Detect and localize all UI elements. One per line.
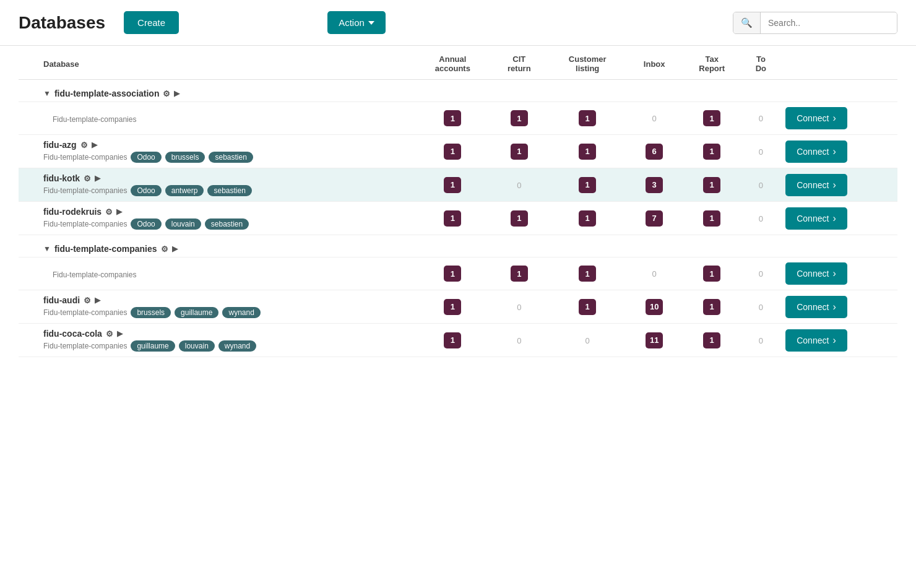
gear-icon-fidu-kotk[interactable]: ⚙	[84, 174, 91, 183]
connect-arrow-icon-fidu-audi: ›	[832, 301, 836, 313]
cl-fidu-coca-cola: 0	[548, 324, 628, 357]
gear-icon-fidu-coca-cola[interactable]: ⚙	[106, 329, 113, 339]
row-fidu-audi: fidu-audi ⚙ ▶ Fidu-template-companies br…	[19, 290, 897, 324]
expand-icon-fidu-template-association[interactable]: ▶	[174, 89, 179, 98]
connect-arrow-icon-fidu-rodekruis: ›	[832, 213, 836, 224]
connect-button-fidu-rodekruis[interactable]: Connect ›	[785, 207, 847, 230]
gear-icon-fidu-azg[interactable]: ⚙	[80, 141, 88, 150]
row-fidu-azg: fidu-azg ⚙ ▶ Fidu-template-companies Odo…	[19, 135, 897, 168]
cl-fidu-template-association	[548, 80, 628, 102]
connect-fidu-template-association: Connect ›	[779, 102, 897, 135]
cit-fidu-template-companies	[491, 235, 548, 257]
collapse-icon-fidu-template-companies[interactable]: ▼	[43, 244, 51, 253]
create-button[interactable]: Create	[124, 11, 179, 34]
tag-louvain-fidu-rodekruis: louvain	[165, 218, 201, 230]
badge-cl-fidu-azg: 1	[579, 144, 596, 160]
action-button[interactable]: Action	[327, 11, 386, 34]
connect-button-fidu-coca-cola[interactable]: Connect ›	[785, 329, 847, 352]
connect-arrow-icon: ›	[832, 113, 836, 124]
db-name-fidu-coca-cola: fidu-coca-cola ⚙ ▶	[43, 329, 408, 339]
gear-icon-fidu-template-association[interactable]: ⚙	[163, 89, 170, 98]
todo-fidu-audi: 0	[743, 290, 780, 324]
badge-annual-fidu-kotk: 1	[444, 177, 461, 193]
db-info-fidu-template-association: ▼ fidu-template-association ⚙ ▶	[19, 80, 415, 102]
badge-annual-fidu-template-association: 1	[444, 110, 461, 126]
tax-fidu-template-companies	[681, 235, 743, 257]
cit-fidu-rodekruis: 1	[491, 202, 548, 235]
tag-sebastien-fidu-kotk: sebastien	[207, 185, 251, 196]
gear-icon-fidu-template-companies[interactable]: ⚙	[161, 244, 168, 254]
badge-tax-fidu-rodekruis: 1	[703, 210, 720, 227]
tag-odoo-fidu-rodekruis: Odoo	[131, 218, 161, 230]
database-table: Database Annualaccounts CITreturn Custom…	[19, 46, 897, 357]
row-fidu-template-companies-child: Fidu-template-companies 1 1 1 0 1 0 Conn…	[19, 257, 897, 290]
todo-fidu-template-association	[743, 80, 780, 102]
tax-fidu-audi: 1	[681, 290, 743, 324]
expand-icon-fidu-kotk[interactable]: ▶	[95, 174, 100, 183]
expand-icon-fidu-azg[interactable]: ▶	[92, 141, 97, 149]
row-fidu-kotk: fidu-kotk ⚙ ▶ Fidu-template-companies Od…	[19, 168, 897, 202]
db-name-fidu-template-companies: ▼ fidu-template-companies ⚙ ▶	[43, 244, 408, 254]
col-customer-listing: Customerlisting	[548, 46, 628, 80]
cl-fidu-template-companies	[548, 235, 628, 257]
db-info-child-fidu-template-association: Fidu-template-companies	[19, 102, 415, 135]
cit-fidu-template-association	[491, 80, 548, 102]
badge-tax-fidu-audi: 1	[703, 299, 720, 315]
todo-fidu-coca-cola: 0	[743, 324, 780, 357]
connect-button-fidu-audi[interactable]: Connect ›	[785, 296, 847, 318]
connect-button-fidu-template-association[interactable]: Connect ›	[785, 107, 847, 129]
db-info-fidu-rodekruis: fidu-rodekruis ⚙ ▶ Fidu-template-compani…	[19, 202, 415, 235]
badge-inbox-fidu-rodekruis: 7	[646, 210, 663, 227]
tax-fidu-azg: 1	[681, 135, 743, 168]
badge-tax-fidu-coca-cola: 1	[703, 332, 720, 348]
db-sub-fidu-template-companies-child: Fidu-template-companies	[53, 270, 408, 279]
col-annual-accounts: Annualaccounts	[415, 46, 491, 80]
cit-fidu-azg: 1	[491, 135, 548, 168]
tax-fidu-kotk: 1	[681, 168, 743, 202]
badge-tax-fidu-kotk: 1	[703, 177, 720, 193]
col-inbox: Inbox	[628, 46, 681, 80]
db-sub-fidu-coca-cola: Fidu-template-companies guillaume louvai…	[43, 340, 408, 352]
db-sub-fidu-template-association: Fidu-template-companies	[53, 115, 408, 124]
connect-button-fidu-kotk[interactable]: Connect ›	[785, 174, 847, 196]
expand-icon-fidu-template-companies[interactable]: ▶	[172, 244, 178, 253]
expand-icon-fidu-rodekruis[interactable]: ▶	[116, 207, 122, 216]
badge-cl-fidu-audi: 1	[579, 299, 596, 315]
tax-fidu-rodekruis: 1	[681, 202, 743, 235]
cl-fidu-audi: 1	[548, 290, 628, 324]
col-database: Database	[19, 46, 415, 80]
badge-annual-fidu-rodekruis: 1	[444, 210, 461, 227]
db-name-fidu-rodekruis: fidu-rodekruis ⚙ ▶	[43, 207, 408, 217]
search-icon-button[interactable]: 🔍	[733, 12, 761, 33]
collapse-icon-fidu-template-association[interactable]: ▼	[43, 89, 51, 98]
cit-child-fidu-template-association: 1	[491, 102, 548, 135]
connect-button-fidu-azg[interactable]: Connect ›	[785, 141, 847, 163]
cit-fidu-audi: 0	[491, 290, 548, 324]
connect-fidu-kotk: Connect ›	[779, 168, 897, 202]
cl-fidu-azg: 1	[548, 135, 628, 168]
col-cit-return: CITreturn	[491, 46, 548, 80]
search-wrapper: 🔍	[733, 12, 897, 34]
row-fidu-rodekruis: fidu-rodekruis ⚙ ▶ Fidu-template-compani…	[19, 202, 897, 235]
connect-button-fidu-template-companies[interactable]: Connect ›	[785, 262, 847, 285]
db-info-child-fidu-template-companies: Fidu-template-companies	[19, 257, 415, 290]
annual-fidu-template-companies	[415, 235, 491, 257]
gear-icon-fidu-rodekruis[interactable]: ⚙	[105, 207, 113, 217]
gear-icon-fidu-audi[interactable]: ⚙	[84, 296, 91, 305]
search-input[interactable]	[761, 13, 897, 33]
db-name-fidu-audi: fidu-audi ⚙ ▶	[43, 295, 408, 305]
cl-child-fidu-template-association: 1	[548, 102, 628, 135]
annual-child-fidu-template-companies: 1	[415, 257, 491, 290]
tax-child-fidu-template-companies: 1	[681, 257, 743, 290]
connect-arrow-icon-fidu-template-companies: ›	[832, 268, 836, 279]
expand-icon-fidu-audi[interactable]: ▶	[95, 296, 100, 305]
todo-child-fidu-template-association: 0	[743, 102, 780, 135]
todo-fidu-template-companies	[743, 235, 780, 257]
annual-fidu-azg: 1	[415, 135, 491, 168]
badge-inbox-fidu-azg: 6	[646, 144, 663, 160]
group-row-fidu-template-association: ▼ fidu-template-association ⚙ ▶	[19, 80, 897, 102]
connect-arrow-icon-fidu-coca-cola: ›	[832, 335, 836, 346]
expand-icon-fidu-coca-cola[interactable]: ▶	[117, 329, 123, 338]
annual-fidu-rodekruis: 1	[415, 202, 491, 235]
db-info-fidu-audi: fidu-audi ⚙ ▶ Fidu-template-companies br…	[19, 290, 415, 324]
